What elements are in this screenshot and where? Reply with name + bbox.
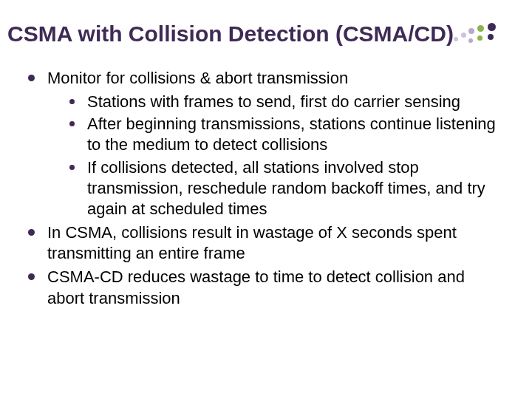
sub-bullet-text: After beginning transmissions, stations … — [87, 115, 496, 154]
sub-bullet-list: Stations with frames to send, first do c… — [47, 92, 502, 219]
bullet-text: Monitor for collisions & abort transmiss… — [47, 69, 348, 87]
bullet-text: CSMA-CD reduces wastage to time to detec… — [47, 267, 465, 307]
sub-bullet-text: Stations with frames to send, first do c… — [87, 92, 460, 111]
bullet-item: CSMA-CD reduces wastage to time to detec… — [28, 267, 502, 308]
title-row: CSMA with Collision Detection (CSMA/CD) — [7, 21, 517, 47]
slide-title: CSMA with Collision Detection (CSMA/CD) — [7, 21, 517, 47]
bullet-text: In CSMA, collisions result in wastage of… — [47, 223, 457, 262]
sub-bullet-item: After beginning transmissions, stations … — [69, 114, 502, 155]
sub-bullet-text: If collisions detected, all stations inv… — [87, 158, 485, 218]
slide: CSMA with Collision Detection (CSMA/CD) … — [0, 0, 532, 399]
sub-bullet-item: Stations with frames to send, first do c… — [69, 92, 502, 112]
corner-dots-icon — [454, 24, 507, 46]
sub-bullet-item: If collisions detected, all stations inv… — [69, 157, 502, 219]
bullet-item: Monitor for collisions & abort transmiss… — [28, 68, 502, 219]
bullet-list: Monitor for collisions & abort transmiss… — [7, 68, 517, 309]
bullet-item: In CSMA, collisions result in wastage of… — [28, 222, 502, 264]
